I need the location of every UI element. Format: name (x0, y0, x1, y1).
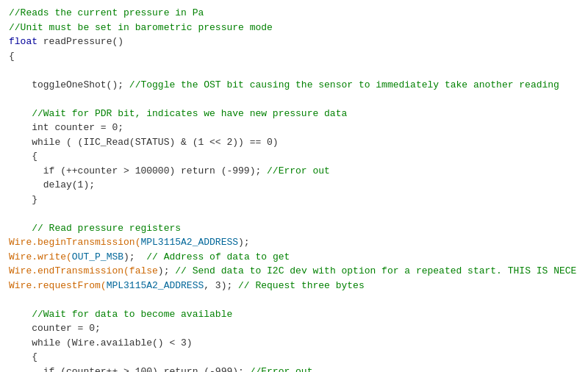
code-line-10: while ( (IIC_Read(STATUS) & (1 << 2)) ==… (9, 135, 579, 150)
code-line-7 (9, 92, 579, 107)
code-line-2: //Unit must be set in barometric pressur… (9, 21, 579, 35)
code-line-15 (9, 207, 579, 221)
code-line-23: counter = 0; (9, 321, 579, 336)
code-line-14: } (9, 193, 579, 207)
code-line-19: Wire.endTransmission(false); // Send dat… (9, 264, 579, 279)
code-line-17: Wire.beginTransmission(MPL3115A2_ADDRESS… (9, 235, 579, 250)
code-line-1: //Reads the current pressure in Pa (9, 6, 579, 21)
code-line-11: { (9, 149, 579, 164)
code-line-12: if (++counter > 100000) return (-999); /… (9, 164, 579, 179)
code-line-24: while (Wire.available() < 3) (9, 336, 579, 351)
code-line-8: //Wait for PDR bit, indicates we have ne… (9, 107, 579, 121)
code-line-9: int counter = 0; (9, 121, 579, 135)
code-line-4: { (9, 49, 579, 64)
code-line-26: if (counter++ > 100) return (-999); //Er… (9, 365, 579, 373)
code-line-3: float readPressure() (9, 35, 579, 49)
code-line-6: toggleOneShot(); //Toggle the OST bit ca… (9, 78, 579, 93)
code-line-21 (9, 293, 579, 307)
code-container: //Reads the current pressure in Pa //Uni… (0, 0, 588, 372)
code-line-18: Wire.write(OUT_P_MSB); // Address of dat… (9, 250, 579, 265)
code-line-13: delay(1); (9, 178, 579, 193)
code-line-25: { (9, 350, 579, 365)
code-line-22: //Wait for data to become available (9, 307, 579, 322)
code-line-5 (9, 63, 579, 78)
code-line-20: Wire.requestFrom(MPL3115A2_ADDRESS, 3); … (9, 279, 579, 293)
code-line-16: // Read pressure registers (9, 221, 579, 236)
